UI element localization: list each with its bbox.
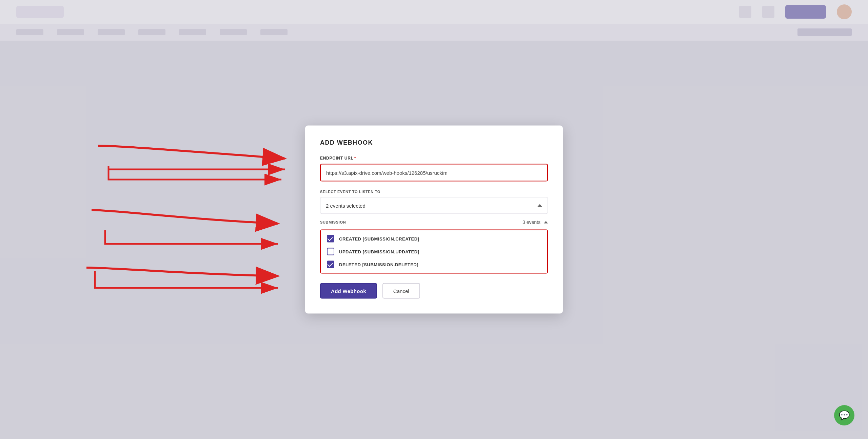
chat-support-button[interactable]: 💬 [834, 405, 854, 425]
checkbox-row-created: CREATED [SUBMISSION.CREATED] [327, 235, 541, 243]
checkbox-updated[interactable] [327, 248, 334, 255]
checkbox-deleted[interactable] [327, 261, 334, 268]
checkboxes-group: CREATED [SUBMISSION.CREATED] UPDATED [SU… [320, 230, 548, 274]
submission-header: SUBMISSION 3 events [320, 220, 548, 225]
endpoint-url-label: ENDPOINT URL* [320, 156, 548, 161]
checkbox-deleted-label: DELETED [SUBMISSION.DELETED] [339, 262, 418, 267]
chat-icon: 💬 [839, 410, 850, 421]
checkbox-row-updated: UPDATED [SUBMISSION.UPDATED] [327, 248, 541, 255]
checkbox-created[interactable] [327, 235, 334, 243]
submission-count-area: 3 events [522, 220, 548, 225]
submission-label: SUBMISSION [320, 220, 346, 224]
submission-chevron-icon [544, 221, 548, 223]
action-buttons: Add Webhook Cancel [320, 283, 548, 299]
cancel-button[interactable]: Cancel [382, 283, 420, 299]
events-dropdown[interactable]: 2 events selected [320, 197, 548, 214]
modal-title: ADD WEBHOOK [320, 139, 548, 146]
chevron-up-icon [537, 204, 542, 207]
add-webhook-modal: ADD WEBHOOK ENDPOINT URL* SELECT EVENT T… [305, 126, 563, 314]
select-event-label: SELECT EVENT TO LISTEN TO [320, 190, 548, 194]
checkbox-row-deleted: DELETED [SUBMISSION.DELETED] [327, 261, 541, 268]
checkbox-updated-label: UPDATED [SUBMISSION.UPDATED] [339, 249, 419, 254]
checkbox-created-label: CREATED [SUBMISSION.CREATED] [339, 236, 419, 241]
add-webhook-button[interactable]: Add Webhook [320, 283, 377, 299]
endpoint-url-input[interactable] [320, 164, 548, 182]
events-selected-text: 2 events selected [326, 203, 366, 208]
